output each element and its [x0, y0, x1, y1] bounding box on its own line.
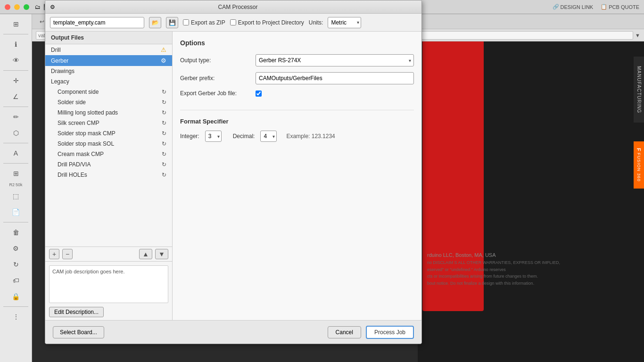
tree-item-drawings[interactable]: Drawings [45, 66, 172, 76]
gerber-prefix-input[interactable] [256, 72, 414, 84]
description-box: CAM job description goes here. [49, 265, 168, 303]
tree-item-solder-stop-cmp[interactable]: Solder stop mask CMP ↻ [45, 128, 172, 139]
eye-btn[interactable]: 👁 [8, 53, 24, 67]
tree-item-cream-mask[interactable]: Cream mask CMP ↻ [45, 149, 172, 159]
divider-4 [3, 143, 29, 143]
cam-icon: ⚙ [50, 4, 55, 10]
description-area: CAM job description goes here. Edit Desc… [45, 261, 172, 320]
solder-stop-cmp-refresh-icon[interactable]: ↻ [162, 130, 166, 137]
decimal-select[interactable]: 123456 [260, 131, 277, 142]
tree-item-drill[interactable]: Drill ⚠ [45, 44, 172, 55]
pcb-background: rduino LLC, Boston, MA, USA no DISCLAIM … [418, 0, 644, 362]
fusion-label: FUSION 360 [636, 153, 641, 182]
cream-mask-refresh-icon[interactable]: ↻ [162, 151, 166, 157]
layer-btn[interactable]: ⊞ [8, 17, 24, 31]
cancel-btn[interactable]: Cancel [328, 326, 361, 338]
text-btn[interactable]: A [8, 146, 24, 160]
divider-5 [3, 163, 29, 164]
solder-stop-sol-label: Solder stop mask SOL [58, 140, 114, 147]
lock-btn[interactable]: 🔒 [8, 289, 24, 304]
drawings-label: Drawings [51, 68, 74, 74]
dialog-toolbar: 📂 💾 Export as ZIP Export to Project Dire… [45, 14, 421, 32]
tree-item-legacy[interactable]: Legacy [45, 76, 172, 87]
export-project-label[interactable]: Export to Project Directory [230, 19, 304, 26]
dialog-footer: Select Board... Cancel Process Job [45, 320, 421, 344]
gerber-gear-icon: ⚙ [161, 57, 166, 64]
edit-description-btn[interactable]: Edit Description... [49, 307, 104, 317]
design-link[interactable]: 🔗 DESIGN LINK [553, 4, 594, 10]
tree-item-drill-holes[interactable]: Drill HOLEs ↻ [45, 170, 172, 180]
format-specifier-title: Format Specifier [180, 118, 414, 125]
output-type-row: Output type: Gerber RS-274X Excellon Ger… [180, 54, 414, 66]
rotate-btn[interactable]: ↻ [8, 257, 24, 272]
pcb-quote[interactable]: 📋 PCB QUOTE [601, 4, 639, 10]
options-title: Options [180, 39, 414, 47]
export-zip-label[interactable]: Export as ZIP [183, 19, 225, 26]
description-text: CAM job description goes here. [52, 269, 124, 274]
units-select[interactable]: Metric Imperial [328, 17, 361, 28]
process-job-btn[interactable]: Process Job [366, 326, 414, 339]
export-gerber-label: Export Gerber Job file: [180, 90, 256, 97]
settings-btn[interactable]: ⚙ [8, 241, 24, 255]
save-file-btn[interactable]: 💾 [166, 17, 178, 28]
tree-item-solder-stop-sol[interactable]: Solder stop mask SOL ↻ [45, 139, 172, 149]
divider-7 [3, 306, 29, 307]
divider-2 [3, 70, 29, 71]
tree-item-drill-pad[interactable]: Drill PAD/VIA ↻ [45, 159, 172, 170]
solder-side-refresh-icon[interactable]: ↻ [162, 99, 166, 106]
dialog-title: CAM Processor [59, 4, 417, 10]
drill-pad-refresh-icon[interactable]: ↻ [162, 161, 166, 168]
info-btn[interactable]: ℹ [8, 37, 24, 51]
tree-item-milling-long[interactable]: Milling long slotted pads ↻ [45, 107, 172, 118]
component-side-refresh-icon[interactable]: ↻ [162, 89, 166, 95]
minimize-btn[interactable] [14, 4, 20, 10]
component-btn[interactable]: ⬚ [8, 189, 24, 203]
drill-holes-label: Drill HOLEs [58, 172, 87, 178]
manufacturing-tab-label: MANUFACTURING [636, 66, 642, 113]
select-board-btn[interactable]: Select Board... [53, 326, 104, 338]
expand-btn[interactable]: ⋮ [8, 310, 24, 324]
tag-btn[interactable]: 🏷 [8, 273, 24, 288]
open-file-btn[interactable]: 📂 [149, 17, 161, 28]
drill-holes-refresh-icon[interactable]: ↻ [162, 172, 166, 178]
draw-btn[interactable]: ✏ [8, 110, 24, 124]
maximize-btn[interactable] [24, 4, 29, 10]
link-icon: 🔗 [553, 4, 559, 10]
manufacturing-tab[interactable]: MANUFACTURING [634, 57, 644, 123]
filename-input[interactable] [50, 17, 144, 28]
top-links: 🔗 DESIGN LINK 📋 PCB QUOTE [553, 4, 639, 10]
angle-btn[interactable]: ∠ [8, 90, 24, 104]
milling-long-label: Milling long slotted pads [58, 109, 118, 116]
poly-btn[interactable]: ⬡ [8, 126, 24, 140]
move-btn[interactable]: ✛ [8, 74, 24, 88]
export-project-checkbox[interactable] [230, 19, 236, 25]
move-down-btn[interactable]: ▼ [155, 249, 168, 259]
legacy-label: Legacy [51, 78, 69, 85]
fusion360-tab[interactable]: F FUSION 360 [634, 141, 644, 189]
export-gerber-checkbox[interactable] [256, 90, 262, 97]
solder-stop-sol-refresh-icon[interactable]: ↻ [162, 140, 166, 147]
drill-pad-label: Drill PAD/VIA [58, 161, 91, 168]
remove-item-btn[interactable]: − [62, 249, 73, 259]
output-type-label: Output type: [180, 57, 256, 64]
grid-btn[interactable]: ⊞ [8, 166, 24, 181]
export-zip-checkbox[interactable] [183, 19, 189, 25]
integer-select[interactable]: 123456 [205, 131, 222, 142]
move-up-btn[interactable]: ▲ [139, 249, 152, 259]
decimal-select-wrapper: 123456 ▾ [260, 131, 277, 142]
silk-screen-refresh-icon[interactable]: ↻ [162, 120, 166, 126]
left-panel-controls: + − ▲ ▼ [45, 247, 172, 261]
tree-item-silk-screen[interactable]: Silk screen CMP ↻ [45, 118, 172, 128]
units-select-wrapper: Metric Imperial ▾ [328, 17, 361, 28]
milling-long-refresh-icon[interactable]: ↻ [162, 109, 166, 116]
file-btn[interactable]: 📄 [8, 205, 24, 219]
output-files-header: Output Files [45, 32, 172, 44]
tree-item-gerber[interactable]: Gerber ⚙ [45, 55, 172, 66]
trash-btn[interactable]: 🗑 [8, 225, 24, 239]
tree-item-component-side[interactable]: Component side ↻ [45, 87, 172, 97]
decimal-label: Decimal: [233, 133, 255, 140]
output-type-select[interactable]: Gerber RS-274X Excellon Gerber RS-274D P… [256, 54, 414, 66]
close-btn[interactable] [5, 4, 10, 10]
add-item-btn[interactable]: + [49, 249, 59, 259]
tree-item-solder-side[interactable]: Solder side ↻ [45, 97, 172, 107]
